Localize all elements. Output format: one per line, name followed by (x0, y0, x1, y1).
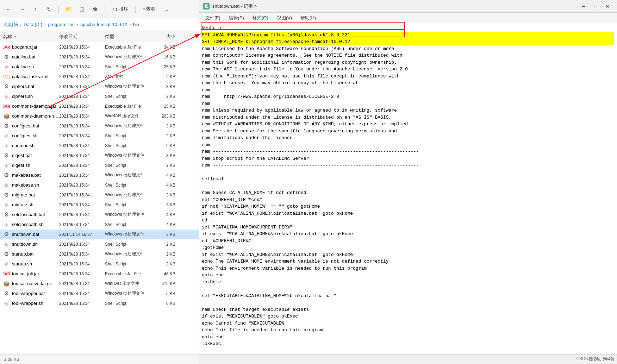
menu-view[interactable]: 视图(V) (273, 14, 295, 22)
menu-format[interactable]: 格式(O) (249, 14, 272, 22)
sort-button[interactable]: ↕ ↕ 排序 (109, 5, 131, 14)
list-item[interactable]: 📦 commons-daemon-native.tar.gz 2021/9/28… (0, 111, 199, 121)
list-item[interactable]: ⚙ digest.bat 2021/9/28 15:34 Windows 批处理… (0, 151, 199, 161)
list-item[interactable]: JAR commons-daemon.jar 2021/9/28 15:34 E… (0, 101, 199, 111)
new-folder-button[interactable]: 📁 (63, 4, 74, 14)
list-item[interactable]: ◈ startup.sh 2021/9/28 15:34 Shell Scrip… (0, 259, 199, 269)
file-date: 2021/9/28 15:34 (59, 143, 105, 148)
file-name-cell: ◈ makebase.sh (3, 182, 59, 189)
list-item[interactable]: ◈ migrate.sh 2021/9/28 15:34 Shell Scrip… (0, 200, 199, 210)
minimize-button[interactable]: ─ (578, 1, 589, 12)
list-item[interactable]: ⚙ configtest.bat 2021/9/28 15:34 Windows… (0, 121, 199, 131)
list-item[interactable]: JAR tomcat-juli.jar 2021/9/28 15:34 Exec… (0, 269, 199, 279)
list-item[interactable]: ⚙ makebase.bat 2021/9/28 15:34 Windows 批… (0, 170, 199, 180)
file-name: tomcat-native.tar.gz (12, 281, 52, 286)
breadcrumb-programfiles[interactable]: program files (48, 22, 74, 27)
file-type: Windows 批处理文件 (105, 123, 151, 129)
file-icon: ⚙ (3, 152, 10, 159)
list-item[interactable]: ◈ makebase.sh 2021/9/28 15:34 Shell Scri… (0, 180, 199, 190)
more-button[interactable]: ... (161, 4, 172, 14)
breadcrumb-tomcat[interactable]: apache-tomcat-10.0.12 (80, 22, 127, 27)
file-icon: JAR (3, 270, 10, 277)
maximize-button[interactable]: □ (590, 1, 601, 12)
list-item[interactable]: ⚙ startup.bat 2021/9/28 15:34 Windows 批处… (0, 249, 199, 259)
file-name-cell: ◈ digest.sh (3, 162, 59, 169)
file-size: 3 KB (151, 202, 175, 207)
notepad-statusbar: 行 20，列 40 (199, 354, 617, 364)
list-item[interactable]: ⚙ setclasspath.bat 2021/9/28 15:34 Windo… (0, 210, 199, 220)
breadcrumb-sep1: › (20, 22, 21, 27)
sort-indicator: ↑ (14, 35, 16, 39)
nav-up-button[interactable]: ↑ (30, 4, 41, 14)
breadcrumb-bin: bin (133, 22, 139, 27)
col-type-header[interactable]: 类型 (105, 33, 151, 40)
list-item[interactable]: ◈ daemon.sh 2021/9/28 15:34 Shell Script… (0, 141, 199, 151)
menu-file[interactable]: 文件(F) (202, 14, 224, 22)
col-date-header[interactable]: 修改日期 (59, 33, 105, 40)
delete-button[interactable]: 🗑 (90, 4, 100, 14)
file-type: Windows 批处理文件 (105, 172, 151, 178)
view-button[interactable]: ≡ 查看 (140, 5, 158, 14)
list-item[interactable]: ◈ setclasspath.sh 2021/9/28 15:34 Shell … (0, 220, 199, 230)
file-icon: ◈ (3, 63, 10, 70)
list-item[interactable]: ⚙ migrate.bat 2021/9/28 15:34 Windows 批处… (0, 190, 199, 200)
notepad-text[interactable]: @echo off SET JAVA_HOME=D:\Program Files… (199, 23, 617, 354)
column-headers: 名称 ↑ 修改日期 类型 大小 (0, 31, 199, 42)
file-icon: ⚙ (3, 231, 10, 238)
list-item[interactable]: ⚙ catalina.bat 2021/9/28 15:34 Windows 批… (0, 52, 199, 62)
menu-edit[interactable]: 编辑(E) (225, 14, 248, 22)
file-date: 2021/9/28 15:34 (59, 291, 105, 296)
list-item[interactable]: ◈ configtest.sh 2021/9/28 15:34 Shell Sc… (0, 131, 199, 141)
col-name-header[interactable]: 名称 ↑ (3, 33, 59, 40)
file-type: Executable Jar File (105, 271, 151, 276)
breadcrumb-drive[interactable]: Data (D:) (24, 22, 42, 27)
file-icon: ⚙ (3, 290, 10, 297)
notepad-content-area[interactable]: @echo off SET JAVA_HOME=D:\Program Files… (199, 23, 617, 354)
file-icon: ⚙ (3, 54, 10, 61)
file-name: setclasspath.sh (12, 222, 44, 227)
list-item[interactable]: ⚙ tool-wrapper.bat 2021/9/28 15:34 Windo… (0, 289, 199, 299)
file-date: 2021/9/28 15:34 (59, 271, 105, 276)
file-name: commons-daemon-native.tar.gz (12, 113, 59, 119)
file-size: 2 KB (151, 163, 175, 168)
file-size: 203 KB (151, 114, 175, 119)
list-item[interactable]: ⚙ shutdown.bat 2021/11/14 16:37 Windows … (0, 230, 199, 239)
file-type: Windows 批处理文件 (105, 152, 151, 158)
list-item[interactable]: ◈ ciphers.sh 2021/9/28 15:34 Shell Scrip… (0, 92, 199, 101)
properties-button[interactable]: 📋 (76, 4, 87, 14)
file-list: JAR bootstrap.jar 2021/9/28 15:34 Execut… (0, 42, 199, 354)
file-name-cell: ◈ ciphers.sh (3, 93, 59, 100)
list-item[interactable]: ◈ digest.sh 2021/9/28 15:34 Shell Script… (0, 161, 199, 170)
menu-help[interactable]: 帮助(H) (297, 14, 319, 22)
refresh-button[interactable]: ↻ (44, 4, 54, 14)
file-name-cell: 📦 tomcat-native.tar.gz (3, 280, 59, 287)
file-icon: XML (3, 73, 10, 80)
list-item[interactable]: ◈ catalina.sh 2021/9/28 15:34 Shell Scri… (0, 62, 199, 72)
file-name-cell: XML catalina-tasks.xml (3, 73, 59, 80)
col-size-header[interactable]: 大小 (151, 33, 175, 40)
file-date: 2021/9/28 15:34 (59, 114, 105, 119)
file-date: 2021/9/28 15:34 (59, 252, 105, 257)
file-icon: JAR (3, 44, 10, 51)
list-item[interactable]: ⚙ ciphers.bat 2021/9/28 15:34 Windows 批处… (0, 82, 199, 92)
file-name: shutdown.bat (12, 232, 39, 237)
file-name-cell: ⚙ makebase.bat (3, 172, 59, 179)
nav-forward-button[interactable]: → (17, 4, 27, 14)
breadcrumb-pc[interactable]: 此电脑 (4, 21, 18, 28)
file-name: makebase.bat (12, 172, 41, 178)
file-size: 2 KB (151, 124, 175, 128)
list-item[interactable]: ◈ tool-wrapper.sh 2021/9/28 15:34 Shell … (0, 299, 199, 308)
file-name: migrate.bat (12, 192, 35, 197)
nav-back-button[interactable]: ← (4, 4, 14, 14)
list-item[interactable]: ◈ shutdown.sh 2021/9/28 15:34 Shell Scri… (0, 239, 199, 249)
notepad: 📝 shutdown.bat - 记事本 ─ □ ✕ 文件(F) 编辑(E) 格… (199, 0, 617, 364)
close-button[interactable]: ✕ (602, 1, 613, 12)
file-icon: ◈ (3, 241, 10, 248)
file-name: ciphers.sh (12, 94, 33, 99)
file-type: Shell Script (105, 163, 151, 168)
file-type: Shell Script (105, 262, 151, 266)
list-item[interactable]: JAR bootstrap.jar 2021/9/28 15:34 Execut… (0, 42, 199, 52)
list-item[interactable]: 📦 tomcat-native.tar.gz 2021/9/28 15:34 W… (0, 279, 199, 289)
list-item[interactable]: XML catalina-tasks.xml 2021/9/28 15:34 X… (0, 72, 199, 82)
file-size: 2 KB (151, 252, 175, 257)
